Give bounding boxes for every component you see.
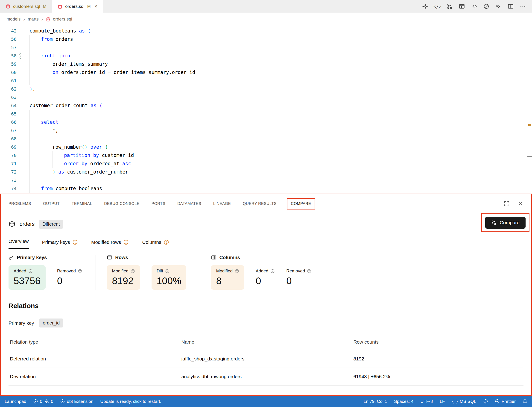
circle-right-icon[interactable] — [495, 3, 502, 9]
breadcrumb-separator: › — [23, 16, 25, 22]
panel-tab-datamates[interactable]: DATAMATES — [177, 201, 201, 206]
line-number: 74 — [0, 184, 17, 193]
tab-orders-sql[interactable]: orders.sql M × — [52, 0, 103, 13]
status-bar: Launchpad00dbt ExtensionUpdate is ready,… — [0, 396, 532, 407]
stat-card-primary-keys-removed: Removed0 — [57, 265, 82, 290]
code-token: orders — [53, 36, 73, 42]
line-number: 72 — [0, 168, 17, 176]
help-icon[interactable] — [165, 269, 169, 273]
model-cube-icon — [8, 220, 15, 227]
status-dbt-extension[interactable]: dbt Extension — [60, 399, 93, 404]
indent-guide — [30, 77, 41, 85]
status-problems[interactable]: 00 — [33, 399, 53, 404]
code-token: from — [41, 36, 53, 42]
vscode-window: customers.sql M orders.sql M × </> model… — [0, 0, 532, 407]
scrollbar-tick — [527, 156, 532, 157]
help-icon[interactable] — [78, 269, 82, 273]
help-icon[interactable] — [235, 269, 239, 273]
tab-customers-sql[interactable]: customers.sql M — [0, 0, 52, 13]
panel-tab-lineage[interactable]: LINEAGE — [213, 201, 231, 206]
panel-tab-debug-console[interactable]: DEBUG CONSOLE — [104, 201, 140, 206]
line-content: order_items_summary — [30, 61, 108, 67]
code-line-42: 42compute_booleans as ( — [0, 27, 532, 35]
line-content: compute_booleans as ( — [30, 28, 91, 34]
panel-tab-output[interactable]: OUTPUT — [43, 201, 60, 206]
status-cursor-position[interactable]: Ln 79, Col 1 — [363, 399, 387, 404]
status-feedback[interactable] — [483, 399, 488, 404]
maximize-panel-icon[interactable] — [504, 201, 510, 207]
indent-guide — [30, 184, 41, 193]
breadcrumb-item-models[interactable]: models — [7, 16, 21, 22]
relation-row-deferred-relation: Deferred relationjaffle_shop_dx.staging.… — [8, 350, 524, 368]
line-content: customer_order_count as ( — [30, 103, 102, 108]
stat-value: 0 — [256, 275, 275, 286]
code-token: order_items_summary — [53, 61, 108, 67]
editor-scrollbar[interactable] — [527, 25, 532, 194]
stat-card-label: Diff — [157, 268, 181, 274]
error-icon — [33, 399, 38, 404]
code-token: customer_order_number — [64, 169, 128, 175]
subtab-overview[interactable]: Overview — [8, 239, 29, 249]
code-token: as — [79, 28, 85, 34]
compare-icon — [491, 220, 496, 225]
annotation-box-compare-button: Compare — [481, 213, 530, 232]
line-content: ) as customer_order_number — [30, 169, 128, 175]
breadcrumb-item-orders-sql[interactable]: orders.sql — [46, 16, 72, 22]
status-indentation[interactable]: Spaces: 4 — [394, 399, 414, 404]
panel-tab-compare[interactable]: COMPARE — [291, 201, 311, 206]
close-tab-icon[interactable]: × — [94, 3, 97, 9]
code-line-57: 57 — [0, 43, 532, 52]
subtab-modified-rows[interactable]: Modified rows — [91, 239, 129, 249]
close-panel-icon[interactable] — [517, 201, 524, 207]
panel-tab-problems[interactable]: PROBLEMS — [8, 201, 31, 206]
alert-icon — [123, 239, 129, 245]
modified-badge: M — [87, 4, 91, 9]
code-line-70: 70partition by customer_id — [0, 151, 532, 159]
relation-cell: Dev relation — [8, 368, 180, 386]
stat-label-text: Removed — [286, 268, 305, 274]
status-formatter[interactable]: Prettier — [495, 399, 516, 404]
status-encoding[interactable]: UTF-8 — [420, 399, 433, 404]
split-editor-icon[interactable] — [508, 3, 514, 9]
breadcrumb-label: marts — [28, 16, 39, 22]
table-icon[interactable] — [459, 3, 465, 9]
subtab-primary-keys[interactable]: Primary keys — [42, 239, 78, 249]
stat-group-rows: RowsModified8192Diff100% — [96, 255, 200, 290]
status-notifications[interactable] — [523, 399, 527, 404]
status-update-message[interactable]: Update is ready, click to restart. — [100, 399, 161, 404]
line-content: right join — [30, 53, 70, 59]
panel-controls — [504, 201, 524, 207]
help-icon[interactable] — [131, 269, 135, 273]
panel-tab-terminal[interactable]: TERMINAL — [72, 201, 92, 206]
git-branch-icon[interactable] — [447, 3, 453, 9]
help-icon[interactable] — [307, 269, 311, 273]
code-icon[interactable]: </> — [434, 3, 441, 9]
subtab-columns[interactable]: Columns — [142, 239, 169, 249]
editor-toolbar: </> — [422, 0, 532, 13]
stat-card-label: Added — [256, 268, 275, 274]
indent-guide — [30, 110, 41, 118]
status-language-mode[interactable]: { }MS SQL — [452, 399, 476, 404]
circle-slash-icon[interactable] — [483, 3, 489, 9]
relation-cell: 8192 — [352, 350, 524, 368]
line-content — [30, 45, 41, 50]
help-icon[interactable] — [270, 269, 275, 273]
sparkle-icon[interactable] — [422, 3, 428, 9]
code-token: select — [41, 119, 59, 125]
status-eol[interactable]: LF — [440, 399, 445, 404]
compare-button[interactable]: Compare — [485, 217, 525, 229]
subtab-label: Overview — [8, 239, 29, 244]
indent-guide — [41, 68, 53, 77]
circle-left-icon[interactable] — [471, 3, 477, 9]
breadcrumb-item-marts[interactable]: marts — [28, 16, 39, 22]
code-token: row_number — [53, 144, 82, 150]
code-token: as — [58, 169, 64, 175]
code-token: , — [32, 86, 36, 92]
panel-tab-query-results[interactable]: QUERY RESULTS — [243, 201, 277, 206]
panel-tab-ports[interactable]: PORTS — [152, 201, 165, 206]
code-editor[interactable]: 42compute_booleans as (56from orders5758… — [0, 25, 532, 194]
help-icon[interactable] — [28, 269, 33, 273]
status-launchpad[interactable]: Launchpad — [5, 399, 26, 404]
bottom-panel: PROBLEMSOUTPUTTERMINALDEBUG CONSOLEPORTS… — [0, 194, 532, 396]
ellipsis-icon[interactable] — [520, 3, 526, 9]
